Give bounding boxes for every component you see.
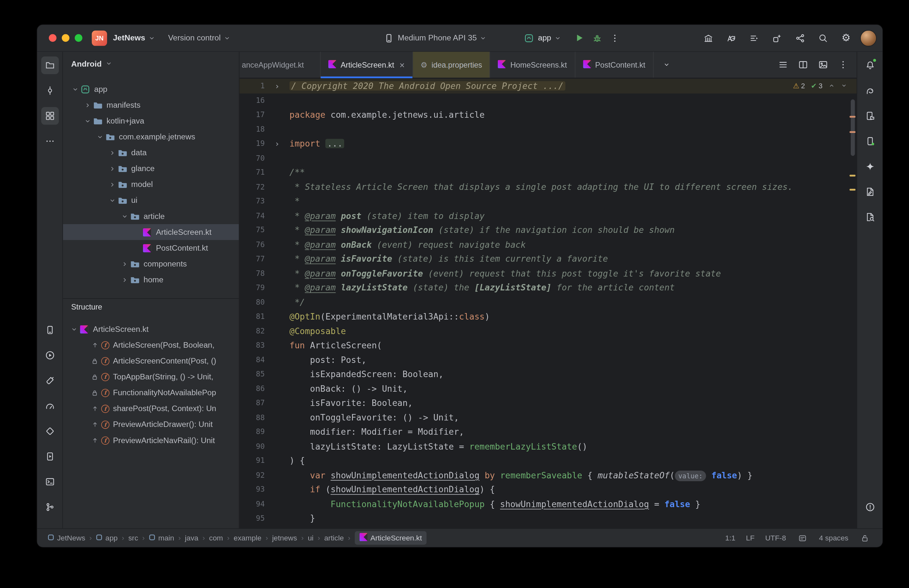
line-number[interactable]: 89 xyxy=(239,425,265,439)
maximize-window-button[interactable] xyxy=(75,34,82,42)
device-manager-icon[interactable] xyxy=(41,321,58,339)
line-number[interactable]: 88 xyxy=(239,410,265,425)
gradle-icon[interactable] xyxy=(861,82,879,100)
problems-icon[interactable] xyxy=(861,498,879,516)
avatar[interactable] xyxy=(860,30,877,46)
edit-document-icon[interactable] xyxy=(861,183,879,201)
structure-item-articlescreencontent[interactable]: fArticleScreenContent(Post, () xyxy=(63,353,239,369)
code-line-92[interactable]: 92 var showUnimplementedActionDialog by … xyxy=(239,468,857,483)
structure-item-previewarticledrawer[interactable]: fPreviewArticleDrawer(): Unit xyxy=(63,417,239,433)
line-number[interactable]: 86 xyxy=(239,381,265,396)
preview-image-icon[interactable] xyxy=(814,56,832,74)
tree-item-home[interactable]: home xyxy=(63,272,239,288)
more-tools-icon[interactable] xyxy=(41,132,58,150)
tree-item-app[interactable]: app xyxy=(63,81,239,97)
minimize-window-button[interactable] xyxy=(62,34,69,42)
line-number[interactable]: 81 xyxy=(239,310,265,324)
code-line-1[interactable]: 1›/ Copyright 2020 The Android Open Sour… xyxy=(239,79,857,94)
caret-position-widget[interactable]: 1:1 xyxy=(725,534,736,542)
tab-list-icon[interactable] xyxy=(775,56,792,74)
line-number[interactable]: 16 xyxy=(239,93,265,108)
structure-item-previewarticlenavrail[interactable]: fPreviewArticleNavRail(): Unit xyxy=(63,433,239,448)
run-button[interactable] xyxy=(571,29,588,47)
code-line-87[interactable]: 87 isFavorite: Boolean, xyxy=(239,396,857,410)
code-line-85[interactable]: 85 isExpandedScreen: Boolean, xyxy=(239,367,857,382)
encoding-widget[interactable]: UTF-8 xyxy=(765,534,786,542)
code-line-89[interactable]: 89 modifier: Modifier = Modifier, xyxy=(239,425,857,439)
run-configuration-selector[interactable]: app xyxy=(523,32,561,44)
running-devices-icon[interactable] xyxy=(41,447,58,465)
code-line-80[interactable]: 80 */ xyxy=(239,295,857,310)
structure-root-articlescreen-kt[interactable]: ArticleScreen.kt xyxy=(63,321,239,337)
line-number[interactable]: 78 xyxy=(239,266,265,281)
line-number[interactable]: 19 xyxy=(239,136,265,151)
code-line-78[interactable]: 78 * @param onToggleFavorite (event) req… xyxy=(239,266,857,281)
chevron-right-icon[interactable] xyxy=(119,260,129,268)
chevron-right-icon[interactable] xyxy=(82,102,92,109)
build-tool-icon[interactable] xyxy=(41,372,58,389)
tab-homescreens-kt[interactable]: HomeScreens.kt xyxy=(491,52,575,78)
code-line-75[interactable]: 75 * @param showNavigationIcon (state) i… xyxy=(239,223,857,237)
line-number[interactable]: 82 xyxy=(239,324,265,338)
line-number[interactable]: 79 xyxy=(239,281,265,295)
code-line-90[interactable]: 90 lazyListState: LazyListState = rememb… xyxy=(239,439,857,454)
profiler-tool-icon[interactable] xyxy=(41,397,58,415)
breadcrumb-article[interactable]: article xyxy=(324,534,344,542)
code-line-79[interactable]: 79 * @param lazyListState (state) the [L… xyxy=(239,281,857,295)
file-writable-icon[interactable] xyxy=(859,532,870,544)
split-editor-icon[interactable] xyxy=(794,56,812,74)
editor-scrollbar[interactable] xyxy=(851,99,855,156)
next-problem-icon[interactable] xyxy=(841,82,847,89)
terminal-icon[interactable] xyxy=(41,473,58,491)
code-line-88[interactable]: 88 onToggleFavorite: () -> Unit, xyxy=(239,410,857,425)
indent-widget[interactable]: 4 spaces xyxy=(819,534,849,542)
code-line-72[interactable]: 72 * Stateless Article Screen that displ… xyxy=(239,180,857,194)
structure-item-sharepost[interactable]: fsharePost(Post, Context): Un xyxy=(63,401,239,417)
chevron-down-icon[interactable] xyxy=(107,197,117,204)
settings-icon[interactable]: ⚙ xyxy=(837,29,855,47)
tree-item-article[interactable]: article xyxy=(63,208,239,224)
code-line-86[interactable]: 86 onBack: () -> Unit, xyxy=(239,381,857,396)
notifications-icon[interactable] xyxy=(861,57,879,74)
chevron-down-icon[interactable] xyxy=(82,117,92,124)
code-line-73[interactable]: 73 * xyxy=(239,194,857,208)
emulator-icon[interactable] xyxy=(861,132,879,150)
breadcrumb-java[interactable]: java xyxy=(185,534,199,542)
chevron-right-icon[interactable] xyxy=(107,181,117,188)
device-selector[interactable]: Medium Phone API 35 xyxy=(383,32,487,44)
line-number[interactable]: 18 xyxy=(239,122,265,136)
version-control-tool-icon[interactable] xyxy=(41,498,58,516)
line-number[interactable]: 76 xyxy=(239,237,265,252)
chevron-down-icon[interactable] xyxy=(70,86,80,93)
line-number[interactable]: 1 xyxy=(239,79,265,94)
chevron-down-icon[interactable] xyxy=(95,133,105,141)
structure-item-topappbar[interactable]: fTopAppBar(String, () -> Unit, xyxy=(63,369,239,384)
tree-item-ui[interactable]: ui xyxy=(63,192,239,208)
search-icon[interactable] xyxy=(814,29,832,47)
code-line-84[interactable]: 84 post: Post, xyxy=(239,352,857,367)
code-line-18[interactable]: 18 xyxy=(239,122,857,136)
device-streaming-icon[interactable] xyxy=(700,29,717,47)
line-ending-widget[interactable]: LF xyxy=(746,534,755,542)
code-line-91[interactable]: 91) { xyxy=(239,454,857,468)
run-tool-icon[interactable] xyxy=(41,346,58,364)
code-line-94[interactable]: 94 FunctionalityNotAvailablePopup { show… xyxy=(239,497,857,511)
line-number[interactable]: 80 xyxy=(239,295,265,310)
tree-item-model[interactable]: model xyxy=(63,177,239,192)
chevron-down-icon[interactable] xyxy=(119,213,129,220)
code-line-17[interactable]: 17package com.example.jetnews.ui.article xyxy=(239,108,857,122)
jetnews-logo[interactable]: JN xyxy=(92,31,107,45)
tree-item-components[interactable]: components xyxy=(63,256,239,272)
todo-list-icon[interactable] xyxy=(745,29,763,47)
plugins-icon[interactable] xyxy=(768,29,786,47)
commit-tool-icon[interactable] xyxy=(41,82,58,100)
code-line-74[interactable]: 74 * @param post (state) item to display xyxy=(239,208,857,223)
breadcrumb-main[interactable]: main xyxy=(149,534,174,542)
tree-item-articlescreen-kt[interactable]: ArticleScreen.kt xyxy=(63,224,239,240)
app-quality-insights-icon[interactable] xyxy=(41,422,58,440)
line-number[interactable]: 17 xyxy=(239,108,265,122)
tab-anceappwidget-kt[interactable]: anceAppWidget.kt xyxy=(239,52,321,78)
tree-item-com-example-jetnews[interactable]: com.example.jetnews xyxy=(63,129,239,145)
document-search-icon[interactable] xyxy=(861,208,879,226)
code-line-19[interactable]: 19›import ... xyxy=(239,136,857,151)
